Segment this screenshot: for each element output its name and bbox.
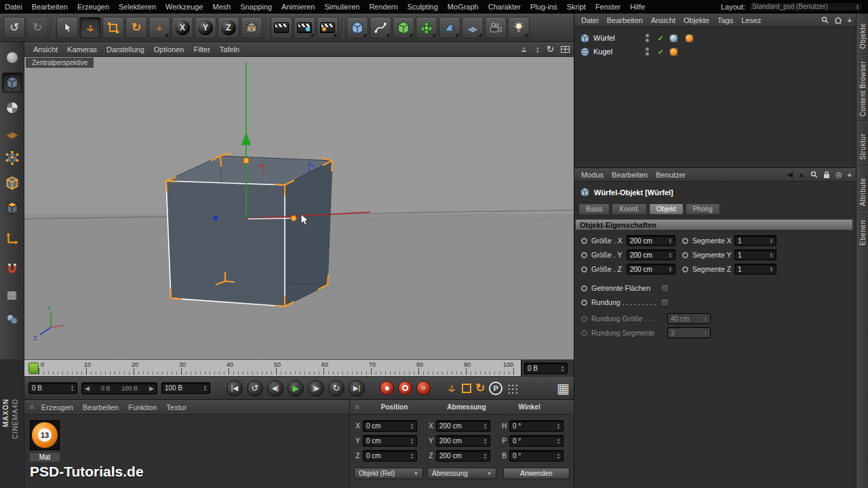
previous-frame-button[interactable]: ◀| [267,380,283,396]
menu-datei[interactable]: Datei [0,3,27,11]
anim-end-field[interactable]: 100 B ▲▼ [161,382,210,394]
end-stepper-icon[interactable]: ▲▼ [201,385,207,391]
apply-button[interactable]: Anwenden [503,468,570,479]
scale-tool[interactable] [102,17,124,39]
range-left-arrow-icon[interactable]: ◀ [85,385,90,392]
segmente-z-field[interactable]: 1▲▼ [734,264,776,274]
range-right-arrow-icon[interactable]: ▶ [149,385,154,392]
om-menu-objekte[interactable]: Objekte [679,16,713,24]
snap-button[interactable] [2,259,22,279]
timeline-ruler[interactable]: 0 10 20 30 40 50 60 70 80 90 100 0 B ▲▼ [24,359,574,377]
tab-phong[interactable]: Phong [686,203,720,215]
y-axis-lock[interactable]: Y [195,17,216,39]
om-menu-ansicht[interactable]: Ansicht [647,16,679,24]
position-x-field[interactable]: 0 cm▲▼ [363,420,417,432]
autokey-button[interactable] [398,381,412,395]
am-menu-benutzer[interactable]: Benutzer [652,171,690,179]
key-scale-button[interactable] [462,384,471,393]
key-position-button[interactable]: ↔↕ [446,382,458,394]
om-menu-datei[interactable]: Datei [577,16,603,24]
position-y-field[interactable]: 0 cm▲▼ [363,435,417,447]
angle-b-field[interactable]: 0 °▲▼ [509,450,564,462]
mat-menu-erzeugen[interactable]: Erzeugen [37,403,78,411]
mat-menu-bearbeiten[interactable]: Bearbeiten [78,403,123,411]
menu-fenster[interactable]: Fenster [591,3,625,11]
tab-objekt[interactable]: Objekt [649,203,684,215]
start-stepper-icon[interactable]: ▲▼ [68,385,74,391]
segmente-y-field[interactable]: 1▲▼ [734,249,776,260]
x-axis-lock[interactable]: X [172,17,193,39]
menu-rendern[interactable]: Rendern [364,3,402,11]
layout-stepper-icon[interactable]: ▲▼ [856,4,859,9]
tab-struktur[interactable]: Struktur [856,125,868,160]
axis-mode-button[interactable] [2,228,22,249]
menu-skript[interactable]: Skript [562,3,591,11]
menu-werkzeuge[interactable]: Werkzeuge [161,3,208,11]
search-icon[interactable] [821,16,829,24]
layout-select[interactable]: Standard_psd (Benutzer) ▲▼ [749,1,863,12]
menu-snapping[interactable]: Snapping [235,3,277,11]
add-spline-button[interactable] [370,17,391,39]
section-header[interactable]: Objekt-Eigenschaften [576,220,852,230]
object-row-kugel[interactable]: Kugel ✓ [574,45,856,58]
om-menu-lesezeichen[interactable]: Lesez [737,16,765,24]
pan-view-icon[interactable]: ↔↕ [519,45,529,54]
vp-menu-optionen[interactable]: Optionen [149,45,189,54]
visibility-dots-icon[interactable] [646,47,649,56]
home-icon[interactable] [834,16,842,24]
rundung-checkbox[interactable] [660,298,669,307]
panel-grip-icon[interactable]: ≡ [27,403,37,411]
keyframe-selection-button[interactable] [416,381,431,395]
menu-charakter[interactable]: Charakter [484,3,526,11]
anim-ring-icon[interactable] [682,238,688,244]
add-generator-button[interactable] [393,17,414,39]
loop-mode-button[interactable]: ↻ [328,380,344,396]
frame-stepper-icon[interactable]: ▲▼ [559,365,564,371]
coord-mode-dropdown[interactable]: Objekt (Rel)▼ [354,468,423,479]
live-selection-tool[interactable] [56,17,78,39]
render-settings-button[interactable] [317,17,338,39]
visibility-dots-icon[interactable] [646,34,649,42]
tab-content-browser[interactable]: Content Browser [856,58,868,117]
add-environment-button[interactable] [462,17,484,39]
render-picture-viewer-button[interactable] [294,17,315,39]
points-mode-button[interactable] [2,148,22,168]
segmente-x-field[interactable]: 1▲▼ [734,235,776,246]
texture-tag-icon[interactable] [684,33,694,43]
material-thumbnail[interactable]: 13 [30,420,60,450]
tab-objekte[interactable]: Objekte [856,16,868,49]
om-menu-tags[interactable]: Tags [713,16,737,24]
tab-koord[interactable]: Koord. [612,203,646,215]
mat-menu-funktion[interactable]: Funktion [123,403,161,411]
viewport-filter-button[interactable] [2,309,22,329]
om-menu-bearbeiten[interactable]: Bearbeiten [603,16,647,24]
position-z-field[interactable]: 0 cm▲▼ [363,450,417,462]
vp-menu-ansicht[interactable]: Ansicht [28,45,62,54]
anim-ring-icon[interactable] [682,266,688,272]
target-icon[interactable]: ◎ [835,170,842,179]
next-frame-button[interactable]: |▶ [308,380,324,396]
menu-mograph[interactable]: MoGraph [443,3,484,11]
make-editable-button[interactable] [2,47,22,68]
groesse-z-field[interactable]: 200 cm▲▼ [627,264,675,274]
menu-sculpting[interactable]: Sculpting [403,3,443,11]
toggle-view-icon[interactable] [561,46,570,53]
move-tool[interactable]: ↔↕ [79,17,101,39]
model-mode-button[interactable] [2,73,22,93]
anim-ring-icon[interactable] [581,266,587,272]
add-cube-button[interactable] [347,17,368,39]
getrennte-flaechen-checkbox[interactable] [660,284,669,293]
add-camera-button[interactable] [485,17,507,39]
vp-menu-tafeln[interactable]: Tafeln [215,45,244,54]
menu-animieren[interactable]: Animieren [277,3,320,11]
add-modifier-button[interactable] [416,17,437,39]
goto-end-button[interactable]: ▶| [349,380,365,396]
phong-tag-icon[interactable] [669,33,679,43]
menu-plugins[interactable]: Plug-ins [526,3,562,11]
play-reverse-button[interactable]: ↺ [247,380,263,396]
last-used-tool[interactable]: ↔↕ [149,17,170,39]
mat-menu-textur[interactable]: Textur [161,403,191,411]
angle-h-field[interactable]: 0 °▲▼ [509,420,564,432]
search-icon[interactable] [810,171,818,178]
menu-erzeugen[interactable]: Erzeugen [73,3,114,11]
